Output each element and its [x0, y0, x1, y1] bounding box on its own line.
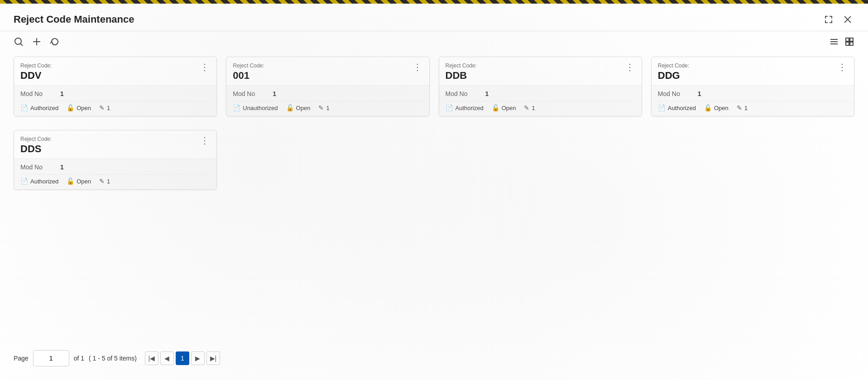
lock-status-ddg: 🔓 Open [704, 104, 729, 111]
card-body-ddv: Mod No 1 📄 Authorized 🔓 Open ✎ 1 [14, 86, 216, 116]
svg-rect-10 [850, 38, 853, 41]
auth-label-dds: Authorized [30, 178, 58, 185]
mod-label-ddb: Mod No [446, 90, 482, 97]
card-body-dds: Mod No 1 📄 Authorized 🔓 Open ✎ 1 [14, 159, 216, 189]
refresh-button[interactable] [50, 37, 60, 47]
card-menu-dds[interactable]: ⋮ [199, 136, 210, 145]
grid-view-button[interactable] [844, 37, 854, 47]
page-title: Reject Code Maintenance [14, 14, 134, 25]
card-info-ddv: Reject Code: DDV [20, 63, 52, 82]
mod-label-001: Mod No [233, 90, 269, 97]
close-button[interactable] [841, 13, 854, 26]
card-label-ddv: Reject Code: [20, 63, 52, 69]
auth-status-ddb: 📄 Authorized [446, 104, 484, 111]
list-view-button[interactable] [829, 37, 839, 47]
expand-button[interactable] [822, 13, 835, 26]
cards-row-2: Reject Code: DDS ⋮ Mod No 1 📄 Authorized… [0, 130, 868, 190]
auth-status-ddv: 📄 Authorized [20, 104, 58, 111]
card-body-001: Mod No 1 📄 Unauthorized 🔓 Open ✎ 1 [226, 86, 429, 116]
card-status-dds: 📄 Authorized 🔓 Open ✎ 1 [20, 174, 210, 185]
card-mod-001: Mod No 1 [233, 90, 422, 101]
card-menu-ddg[interactable]: ⋮ [837, 63, 848, 72]
next-page-button[interactable]: ▶ [191, 351, 205, 365]
page-range: ( 1 - 5 of 5 items) [89, 355, 137, 362]
card-dds: Reject Code: DDS ⋮ Mod No 1 📄 Authorized… [14, 130, 217, 190]
mod-value-ddg: 1 [698, 90, 701, 97]
main-container: Reject Code Maintenance [0, 4, 868, 380]
mod-label-ddv: Mod No [20, 90, 57, 97]
card-label-ddg: Reject Code: [658, 63, 689, 69]
auth-status-001: 📄 Unauthorized [233, 104, 278, 111]
page-input[interactable] [33, 350, 69, 366]
auth-status-ddg: 📄 Authorized [658, 104, 696, 111]
auth-status-dds: 📄 Authorized [20, 178, 58, 185]
mod-value-ddb: 1 [485, 90, 489, 97]
svg-rect-12 [850, 42, 853, 45]
card-info-dds: Reject Code: DDS [20, 136, 52, 155]
card-status-ddg: 📄 Authorized 🔓 Open ✎ 1 [658, 101, 848, 111]
auth-icon-ddg: 📄 [658, 104, 666, 111]
header: Reject Code Maintenance [0, 4, 868, 31]
edit-icon-dds: ✎ [99, 178, 105, 185]
first-page-button[interactable]: |◀ [145, 351, 158, 365]
auth-icon-001: 📄 [233, 104, 240, 111]
card-mod-ddb: Mod No 1 [446, 90, 635, 101]
lock-icon-ddv: 🔓 [67, 104, 74, 111]
edit-status-dds: ✎ 1 [99, 178, 110, 185]
pagination: Page of 1 ( 1 - 5 of 5 items) |◀ ◀ 1 ▶ ▶… [0, 341, 234, 375]
lock-status-001: 🔓 Open [286, 104, 311, 111]
auth-label-ddb: Authorized [456, 105, 484, 111]
card-body-ddb: Mod No 1 📄 Authorized 🔓 Open ✎ 1 [439, 86, 642, 116]
card-001: Reject Code: 001 ⋮ Mod No 1 📄 Unauthoriz… [226, 57, 429, 116]
svg-line-3 [21, 44, 23, 46]
edit-status-001: ✎ 1 [318, 104, 329, 111]
auth-label-ddg: Authorized [668, 105, 696, 111]
page-nav: |◀ ◀ 1 ▶ ▶| [145, 351, 220, 365]
card-code-ddb: DDB [446, 70, 477, 82]
last-page-button[interactable]: ▶| [206, 351, 220, 365]
lock-status-dds: 🔓 Open [67, 178, 91, 185]
card-menu-ddv[interactable]: ⋮ [199, 63, 210, 72]
card-status-001: 📄 Unauthorized 🔓 Open ✎ 1 [233, 101, 422, 111]
card-menu-001[interactable]: ⋮ [412, 63, 423, 72]
card-info-001: Reject Code: 001 [233, 63, 264, 82]
search-button[interactable] [14, 37, 24, 47]
card-code-ddv: DDV [20, 70, 52, 82]
card-label-ddb: Reject Code: [446, 63, 477, 69]
card-info-ddg: Reject Code: DDG [658, 63, 689, 82]
card-header-001: Reject Code: 001 ⋮ [226, 57, 429, 86]
edit-icon-001: ✎ [318, 104, 324, 111]
lock-label-ddv: Open [77, 105, 91, 111]
lock-label-dds: Open [77, 178, 91, 185]
top-stripe [0, 0, 868, 4]
lock-status-ddb: 🔓 Open [492, 104, 516, 111]
card-ddb: Reject Code: DDB ⋮ Mod No 1 📄 Authorized… [439, 57, 642, 116]
card-header-ddg: Reject Code: DDG ⋮ [652, 57, 854, 86]
toolbar-right [829, 37, 854, 47]
card-status-ddv: 📄 Authorized 🔓 Open ✎ 1 [20, 101, 210, 111]
card-code-001: 001 [233, 70, 264, 82]
edit-count-ddv: 1 [107, 105, 110, 111]
auth-icon-ddb: 📄 [446, 104, 453, 111]
svg-point-2 [15, 38, 21, 44]
edit-icon-ddv: ✎ [99, 104, 105, 111]
svg-rect-9 [846, 38, 849, 41]
add-button[interactable] [32, 37, 42, 47]
prev-page-button[interactable]: ◀ [160, 351, 174, 365]
mod-value-ddv: 1 [60, 90, 64, 97]
lock-label-ddg: Open [714, 105, 729, 111]
card-ddv: Reject Code: DDV ⋮ Mod No 1 📄 Authorized… [14, 57, 217, 116]
lock-status-ddv: 🔓 Open [67, 104, 91, 111]
mod-label-ddg: Mod No [658, 90, 694, 97]
page-1-button[interactable]: 1 [176, 351, 189, 365]
card-header-ddb: Reject Code: DDB ⋮ [439, 57, 642, 86]
card-ddg: Reject Code: DDG ⋮ Mod No 1 📄 Authorized… [651, 57, 854, 116]
card-mod-ddg: Mod No 1 [658, 90, 848, 101]
lock-label-001: Open [296, 105, 311, 111]
page-label: Page [14, 355, 29, 362]
edit-count-dds: 1 [107, 178, 110, 185]
lock-icon-ddg: 🔓 [704, 104, 712, 111]
card-body-ddg: Mod No 1 📄 Authorized 🔓 Open ✎ 1 [652, 86, 854, 116]
card-menu-ddb[interactable]: ⋮ [624, 63, 635, 72]
header-actions [822, 13, 854, 26]
